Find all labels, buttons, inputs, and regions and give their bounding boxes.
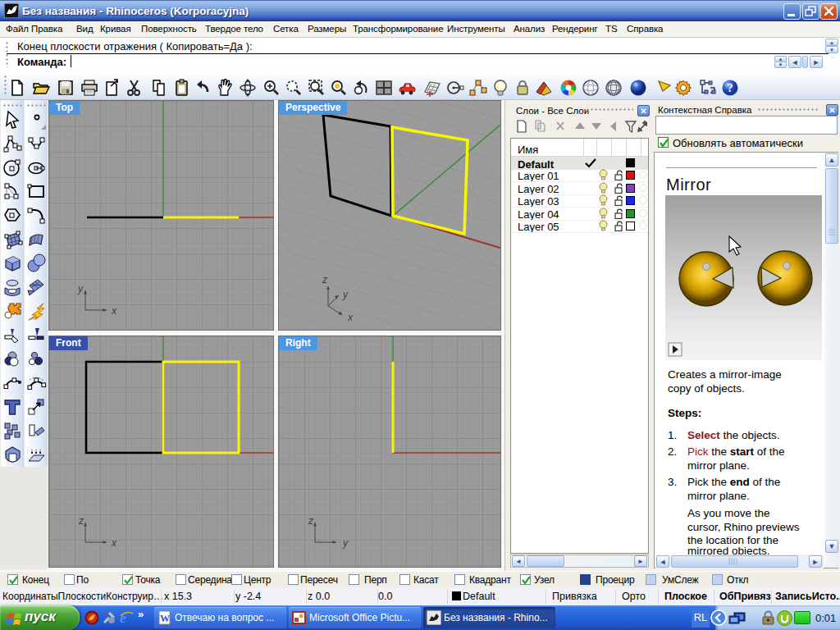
svg-text:x: x (347, 312, 354, 323)
svg-text:y: y (342, 537, 349, 549)
svg-text:y: y (77, 283, 84, 294)
svg-text:?: ? (728, 82, 733, 94)
svg-text:x: x (111, 537, 117, 549)
svg-text:z: z (78, 515, 84, 527)
svg-text:W: W (160, 613, 170, 624)
svg-text:z: z (308, 515, 313, 527)
svg-text:y: y (342, 289, 349, 300)
svg-text:z: z (322, 274, 327, 285)
svg-text:x: x (111, 305, 117, 317)
